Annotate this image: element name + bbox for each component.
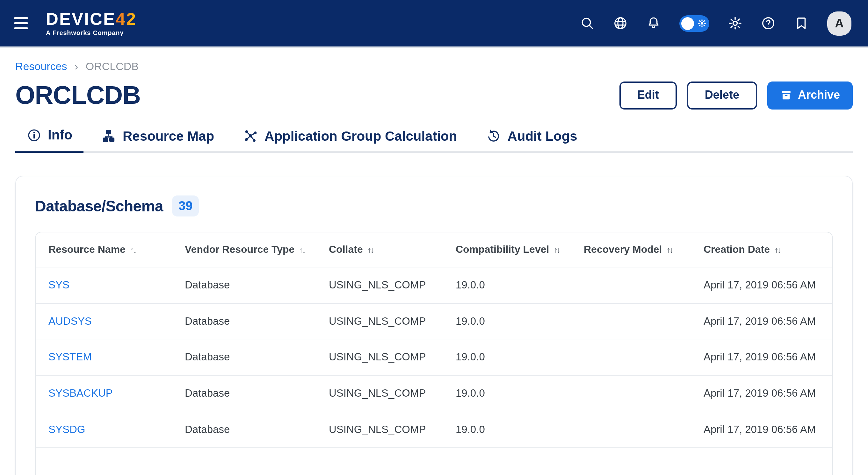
column-header-resource-name[interactable]: Resource Name↑↓ bbox=[36, 244, 172, 255]
sun-icon bbox=[697, 19, 707, 28]
top-navigation-bar: DEVICE42 A Freshworks Company bbox=[0, 0, 868, 48]
collate-cell: USING_NLS_COMP bbox=[316, 423, 443, 435]
resource-name-link[interactable]: SYS bbox=[36, 279, 172, 291]
sort-icon: ↑↓ bbox=[774, 245, 780, 255]
archive-button-label: Archive bbox=[798, 89, 840, 102]
resource-name-link[interactable]: AUDSYS bbox=[36, 315, 172, 327]
globe-icon[interactable] bbox=[613, 16, 628, 31]
theme-toggle[interactable] bbox=[679, 15, 709, 32]
sort-icon: ↑↓ bbox=[299, 245, 305, 255]
sort-icon: ↑↓ bbox=[367, 245, 373, 255]
collate-cell: USING_NLS_COMP bbox=[316, 279, 443, 291]
tab-audit-logs[interactable]: Audit Logs bbox=[475, 127, 589, 153]
sort-icon: ↑↓ bbox=[554, 245, 559, 255]
bell-icon[interactable] bbox=[646, 16, 661, 31]
sort-icon: ↑↓ bbox=[130, 245, 136, 255]
column-header-vendor-resource-type[interactable]: Vendor Resource Type↑↓ bbox=[172, 244, 316, 255]
tab-info[interactable]: Info bbox=[15, 127, 84, 153]
page-title: ORCLCDB bbox=[15, 81, 141, 109]
resource-name-link[interactable]: SYSTEM bbox=[36, 351, 172, 363]
column-header-collate[interactable]: Collate↑↓ bbox=[316, 244, 443, 255]
breadcrumb-current: ORCLCDB bbox=[86, 61, 138, 73]
collate-cell: USING_NLS_COMP bbox=[316, 315, 443, 327]
creation-date-cell: April 17, 2019 06:56 AM bbox=[691, 351, 832, 363]
tab-audit-logs-label: Audit Logs bbox=[507, 128, 577, 144]
tab-application-group-calculation[interactable]: Application Group Calculation bbox=[232, 127, 468, 153]
resource-name-link[interactable]: SYSBACKUP bbox=[36, 387, 172, 399]
creation-date-cell: April 17, 2019 06:56 AM bbox=[691, 279, 832, 291]
tab-info-label: Info bbox=[48, 127, 72, 143]
archive-icon bbox=[780, 89, 792, 101]
vendor-resource-type-cell: Database bbox=[172, 351, 316, 363]
help-icon[interactable] bbox=[761, 16, 776, 31]
table-row: AUDSYS Database USING_NLS_COMP 19.0.0 Ap… bbox=[36, 303, 832, 339]
delete-button[interactable]: Delete bbox=[687, 81, 757, 109]
compatibility-level-cell: 19.0.0 bbox=[443, 351, 571, 363]
breadcrumb: Resources › ORCLCDB bbox=[15, 61, 853, 73]
column-header-recovery-model[interactable]: Recovery Model↑↓ bbox=[571, 244, 691, 255]
tab-resource-map-label: Resource Map bbox=[123, 128, 214, 144]
tab-bar: Info Resource Map bbox=[15, 127, 853, 153]
user-avatar[interactable]: A bbox=[827, 11, 851, 35]
archive-button[interactable]: Archive bbox=[767, 81, 853, 109]
search-icon[interactable] bbox=[580, 16, 595, 31]
table-row: SYSBACKUP Database USING_NLS_COMP 19.0.0… bbox=[36, 376, 832, 412]
table-row: SYSDG Database USING_NLS_COMP 19.0.0 Apr… bbox=[36, 412, 832, 448]
column-header-compatibility-level[interactable]: Compatibility Level↑↓ bbox=[443, 244, 571, 255]
database-schema-card: Database/Schema 39 Resource Name↑↓ Vendo… bbox=[15, 176, 853, 475]
logo-tagline: A Freshworks Company bbox=[46, 30, 137, 36]
sitemap-icon bbox=[102, 129, 116, 143]
resource-name-link[interactable]: SYSDG bbox=[36, 423, 172, 435]
tab-application-group-calculation-label: Application Group Calculation bbox=[265, 128, 457, 144]
count-badge: 39 bbox=[172, 196, 199, 216]
table-row: SYS Database USING_NLS_COMP 19.0.0 April… bbox=[36, 267, 832, 303]
bookmark-icon[interactable] bbox=[794, 16, 809, 31]
vendor-resource-type-cell: Database bbox=[172, 387, 316, 399]
compatibility-level-cell: 19.0.0 bbox=[443, 279, 571, 291]
title-row: ORCLCDB Edit Delete Archive bbox=[15, 81, 853, 109]
breadcrumb-resources-link[interactable]: Resources bbox=[15, 61, 67, 73]
compatibility-level-cell: 19.0.0 bbox=[443, 387, 571, 399]
avatar-initial: A bbox=[835, 16, 843, 30]
edit-button[interactable]: Edit bbox=[619, 81, 677, 109]
info-icon bbox=[27, 128, 41, 142]
toggle-knob bbox=[681, 17, 694, 30]
sort-icon: ↑↓ bbox=[666, 245, 672, 255]
table-row: SYSTEM Database USING_NLS_COMP 19.0.0 Ap… bbox=[36, 339, 832, 375]
logo-brand-text: DEVICE bbox=[46, 9, 116, 28]
collate-cell: USING_NLS_COMP bbox=[316, 351, 443, 363]
vendor-resource-type-cell: Database bbox=[172, 279, 316, 291]
database-schema-table: Resource Name↑↓ Vendor Resource Type↑↓ C… bbox=[35, 232, 833, 475]
creation-date-cell: April 17, 2019 06:56 AM bbox=[691, 387, 832, 399]
breadcrumb-separator: › bbox=[74, 61, 78, 73]
logo-42-text: 42 bbox=[116, 9, 137, 28]
compatibility-level-cell: 19.0.0 bbox=[443, 423, 571, 435]
device42-logo[interactable]: DEVICE42 A Freshworks Company bbox=[46, 10, 137, 36]
compatibility-level-cell: 19.0.0 bbox=[443, 315, 571, 327]
vendor-resource-type-cell: Database bbox=[172, 315, 316, 327]
vendor-resource-type-cell: Database bbox=[172, 423, 316, 435]
section-header: Database/Schema 39 bbox=[35, 196, 833, 216]
tab-resource-map[interactable]: Resource Map bbox=[90, 127, 226, 153]
nodes-icon bbox=[243, 129, 258, 143]
gear-icon[interactable] bbox=[728, 16, 742, 31]
header-icon-group: A bbox=[580, 11, 851, 35]
menu-icon[interactable] bbox=[14, 17, 31, 29]
history-icon bbox=[486, 129, 501, 143]
app-window: DEVICE42 A Freshworks Company bbox=[0, 0, 868, 475]
column-header-creation-date[interactable]: Creation Date↑↓ bbox=[691, 244, 832, 255]
table-header-row: Resource Name↑↓ Vendor Resource Type↑↓ C… bbox=[36, 232, 832, 267]
action-buttons: Edit Delete Archive bbox=[619, 81, 853, 109]
creation-date-cell: April 17, 2019 06:56 AM bbox=[691, 423, 832, 435]
table-row bbox=[36, 448, 832, 475]
creation-date-cell: April 17, 2019 06:56 AM bbox=[691, 315, 832, 327]
collate-cell: USING_NLS_COMP bbox=[316, 387, 443, 399]
section-title: Database/Schema bbox=[35, 197, 163, 215]
main-content: Resources › ORCLCDB ORCLCDB Edit Delete … bbox=[0, 61, 868, 475]
